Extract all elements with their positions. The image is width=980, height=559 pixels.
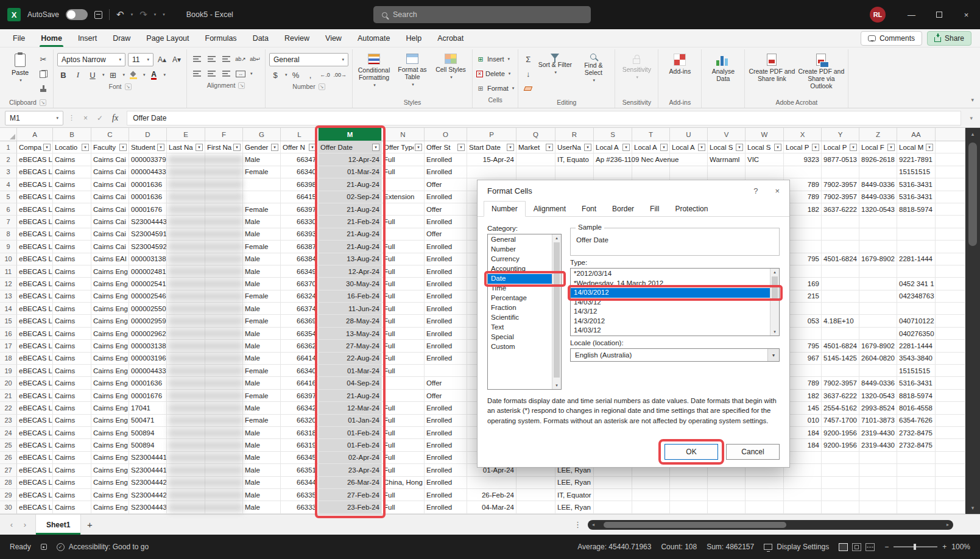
cell-P30[interactable]: 04-Mar-24 (467, 501, 516, 513)
cell-M23[interactable]: 01-Jan-24 (319, 415, 382, 427)
help-icon[interactable]: ? (753, 186, 758, 195)
format-as-table-button[interactable]: Format as Table▾ (395, 51, 430, 87)
delete-cells-button[interactable]: ×Delete▾ (476, 68, 514, 80)
cell-C6[interactable]: Cairns Cai (91, 203, 129, 216)
cell-Y6[interactable]: 3637-6222 (822, 203, 859, 216)
cell-A21[interactable]: eBECAS La (17, 390, 53, 402)
cell-S28[interactable] (594, 477, 632, 489)
cell-M22[interactable]: 12-Mar-24 (319, 402, 382, 414)
cell-C20[interactable]: Cairns Eng (91, 377, 129, 389)
ribbon-tab-help[interactable]: Help (398, 29, 429, 47)
cell-N13[interactable]: Full (382, 290, 425, 303)
cell-M30[interactable]: 23-Feb-24 (319, 501, 382, 513)
cell-Y18[interactable]: 5145-1425 (822, 353, 859, 365)
cell-Z29[interactable] (859, 489, 897, 501)
cell-N30[interactable]: Full (382, 501, 425, 513)
formula-input[interactable]: Offer Date (127, 111, 961, 125)
cell-V30[interactable] (708, 501, 746, 513)
row-header-21[interactable]: 21 (0, 390, 17, 402)
category-item-fraction[interactable]: Fraction (488, 303, 552, 313)
cell-F21[interactable] (205, 390, 243, 402)
cell-AA2[interactable]: 9221-7891 (897, 153, 936, 166)
cell-Z25[interactable]: 2319-4430 (859, 439, 897, 451)
bold-button[interactable]: B (57, 69, 69, 81)
cell-AA4[interactable]: 5316-3431 (897, 178, 936, 191)
cell-G28[interactable]: Male (243, 477, 281, 489)
header-cell-T1[interactable]: Local A▾ (632, 141, 670, 153)
type-item-1[interactable]: *Wednesday, 14 March 2012 (571, 279, 770, 289)
cell-V2[interactable]: Warrnaml (708, 153, 746, 166)
dialog-tab-border[interactable]: Border (604, 201, 642, 216)
cell-U3[interactable] (670, 166, 708, 178)
cell-A6[interactable]: eBECAS La (17, 203, 53, 216)
cell-L16[interactable]: 66354 (281, 328, 319, 340)
cell-Y21[interactable]: 3637-6222 (822, 390, 859, 402)
filter-icon[interactable]: ▾ (233, 144, 241, 151)
cell-O16[interactable]: Enrolled (425, 328, 467, 340)
cell-A22[interactable]: eBECAS La (17, 402, 53, 414)
undo-icon[interactable]: ↶ (116, 9, 124, 20)
cell-F27[interactable] (205, 464, 243, 476)
cell-D24[interactable]: 500894 (129, 427, 167, 439)
cell-D21[interactable]: 00001676 (129, 390, 167, 402)
cell-C17[interactable]: Cairns Eng (91, 340, 129, 352)
filter-icon[interactable]: ▾ (887, 144, 895, 151)
cell-B21[interactable]: Cairns (53, 390, 91, 402)
cell-A13[interactable]: eBECAS La (17, 290, 53, 303)
cell-D20[interactable]: 00001636 (129, 377, 167, 389)
column-header-V[interactable]: V (708, 128, 746, 141)
column-header-Y[interactable]: Y (822, 128, 859, 141)
header-cell-R1[interactable]: UserNa▾ (555, 141, 594, 153)
cell-D30[interactable]: S23004443 (129, 501, 167, 513)
cell-A3[interactable]: eBECAS La (17, 166, 53, 178)
cell-L6[interactable]: 66397 (281, 203, 319, 216)
row-header-23[interactable]: 23 (0, 415, 17, 427)
cell-O8[interactable]: Offer (425, 228, 467, 241)
cell-AA13[interactable]: 042348763 (897, 290, 936, 303)
header-cell-W1[interactable]: Local S▾ (746, 141, 784, 153)
cell-AA16[interactable]: 040276350 (897, 328, 936, 340)
cell-F16[interactable] (205, 328, 243, 340)
close-button[interactable]: × (953, 0, 980, 29)
cell-Y29[interactable] (822, 489, 859, 501)
cell-B19[interactable]: Cairns (53, 365, 91, 377)
cell-L10[interactable]: 66384 (281, 253, 319, 265)
header-cell-S1[interactable]: Local A▾ (594, 141, 632, 153)
cell-F12[interactable] (205, 278, 243, 290)
cell-A2[interactable]: eBECAS La (17, 153, 53, 166)
cell-D6[interactable]: 00001676 (129, 203, 167, 216)
cell-C5[interactable]: Cairns Cai (91, 191, 129, 203)
cell-Z5[interactable]: 8449-0336 (859, 191, 897, 203)
cell-Y20[interactable]: 7902-3957 (822, 377, 859, 389)
cell-C3[interactable]: Cairns Cai (91, 166, 129, 178)
cell-A20[interactable]: eBECAS La (17, 377, 53, 389)
cell-F30[interactable] (205, 501, 243, 513)
cell-B26[interactable]: Cairns (53, 452, 91, 464)
cell-O18[interactable]: Enrolled (425, 353, 467, 365)
cell-M13[interactable]: 16-Feb-24 (319, 290, 382, 303)
cell-N11[interactable]: Full (382, 265, 425, 278)
cell-D16[interactable]: 000002962 (129, 328, 167, 340)
cell-L18[interactable]: 66414 (281, 353, 319, 365)
row-header-10[interactable]: 10 (0, 253, 17, 265)
cell-Y8[interactable] (822, 228, 859, 241)
ribbon-tab-acrobat[interactable]: Acrobat (429, 29, 471, 47)
cell-E28[interactable] (167, 477, 205, 489)
cell-Y30[interactable] (822, 501, 859, 513)
cell-O5[interactable]: Enrolled (425, 191, 467, 203)
font-size-select[interactable]: 11▾ (128, 53, 153, 66)
macro-record-icon[interactable] (41, 544, 47, 550)
wrap-text-icon[interactable]: ab↵ (249, 53, 261, 65)
cell-Y28[interactable] (822, 477, 859, 489)
cell-M3[interactable]: 01-Mar-24 (319, 166, 382, 178)
cell-AA6[interactable]: 8818-5974 (897, 203, 936, 216)
cell-G22[interactable]: Male (243, 402, 281, 414)
cell-AA29[interactable] (897, 489, 936, 501)
fill-color-icon[interactable] (127, 69, 139, 81)
horizontal-scrollbar-thumb[interactable] (604, 522, 786, 528)
cell-D10[interactable]: 000003138 (129, 253, 167, 265)
cell-S2[interactable]: Ap #236-1109 Nec Avenue (594, 153, 632, 166)
cell-D15[interactable]: 000002959 (129, 315, 167, 327)
row-header-14[interactable]: 14 (0, 303, 17, 315)
cell-E26[interactable] (167, 452, 205, 464)
